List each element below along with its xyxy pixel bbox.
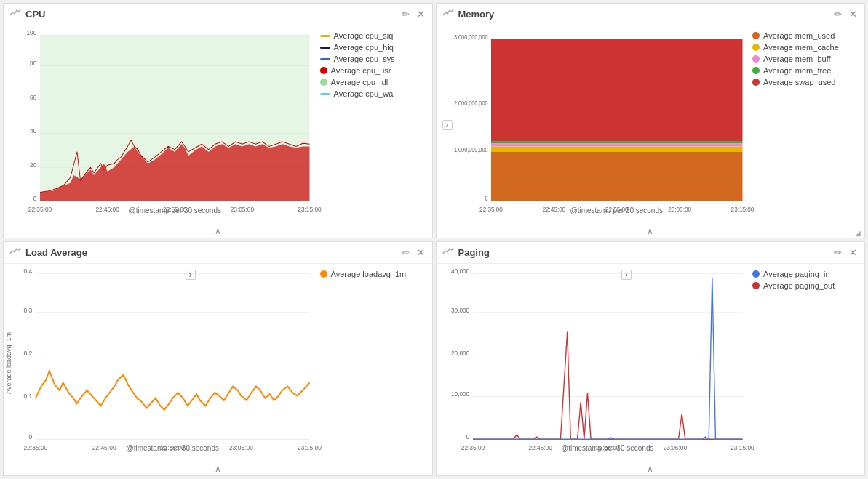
svg-text:22:45:00: 22:45:00 bbox=[528, 443, 552, 451]
panel-cpu-actions: ✏ ✕ bbox=[400, 9, 426, 20]
svg-marker-29 bbox=[491, 143, 743, 146]
load-legend-expand[interactable]: › bbox=[186, 270, 196, 280]
load-x-axis-label: @timestamp per 30 seconds bbox=[36, 443, 310, 452]
panel-memory-title: Memory bbox=[458, 9, 833, 20]
panel-cpu-content: 0 20 40 60 80 100 bbox=[4, 25, 432, 225]
svg-text:40: 40 bbox=[30, 127, 36, 135]
legend-mem-cache-color bbox=[752, 44, 760, 51]
panel-paging-legend: Average paging_in Average paging_out bbox=[748, 264, 864, 463]
legend-swap-used-color bbox=[752, 79, 760, 86]
panel-load-edit-button[interactable]: ✏ bbox=[400, 247, 411, 258]
legend-cpu-siq-label: Average cpu_siq bbox=[334, 31, 394, 40]
panel-cpu: CPU ✏ ✕ 0 20 40 60 80 100 bbox=[3, 3, 433, 238]
svg-text:10,000: 10,000 bbox=[450, 390, 469, 398]
panel-load-close-button[interactable]: ✕ bbox=[415, 247, 426, 258]
panel-memory-footer: ∧ ◢ bbox=[437, 225, 865, 238]
legend-cpu-usr-color bbox=[320, 67, 327, 74]
panel-load-legend: Average loadavg_1m bbox=[316, 264, 432, 463]
svg-text:22:45:00: 22:45:00 bbox=[92, 443, 116, 451]
svg-text:80: 80 bbox=[30, 60, 36, 68]
legend-mem-buff: Average mem_buff bbox=[752, 55, 860, 63]
panel-cpu-chart: 0 20 40 60 80 100 bbox=[4, 25, 316, 225]
paging-legend-expand[interactable]: › bbox=[621, 270, 632, 280]
panel-memory-chart: 0 1,000,000,000 2,000,000,000 3,000,000,… bbox=[437, 25, 749, 225]
chart-icon-load bbox=[9, 246, 21, 259]
svg-text:1,000,000,000: 1,000,000,000 bbox=[453, 146, 487, 153]
svg-text:60: 60 bbox=[30, 94, 36, 102]
legend-cpu-wai-color bbox=[320, 93, 330, 95]
panel-load-collapse-button[interactable]: ∧ bbox=[210, 464, 225, 473]
legend-cpu-hiq-color bbox=[320, 47, 330, 49]
legend-cpu-siq-color bbox=[320, 35, 330, 37]
panel-load-chart: › 0 0.1 0.2 0.3 0.4 2 bbox=[14, 264, 316, 463]
panel-paging: Paging ✏ ✕ › 0 10,000 20,000 30,000 40,0… bbox=[436, 241, 866, 477]
panel-cpu-title: CPU bbox=[25, 9, 400, 20]
panel-cpu-close-button[interactable]: ✕ bbox=[415, 9, 426, 20]
panel-memory-edit-button[interactable]: ✏ bbox=[832, 9, 843, 20]
svg-text:23:15:00: 23:15:00 bbox=[730, 443, 754, 451]
legend-cpu-wai: Average cpu_wai bbox=[320, 89, 428, 98]
memory-resize-handle[interactable]: ◢ bbox=[854, 229, 861, 236]
memory-legend-expand[interactable]: › bbox=[442, 120, 453, 130]
legend-mem-used: Average mem_used bbox=[752, 31, 860, 40]
panel-paging-close-button[interactable]: ✕ bbox=[848, 247, 859, 258]
chart-icon-cpu bbox=[9, 8, 21, 20]
svg-text:20,000: 20,000 bbox=[450, 349, 469, 357]
svg-text:0: 0 bbox=[33, 195, 37, 203]
panel-memory-actions: ✏ ✕ bbox=[832, 9, 859, 20]
legend-loadavg-1m: Average loadavg_1m bbox=[320, 270, 428, 278]
legend-paging-out: Average paging_out bbox=[752, 281, 860, 290]
legend-paging-in-color bbox=[752, 270, 760, 278]
panel-cpu-header: CPU ✏ ✕ bbox=[4, 4, 432, 25]
panel-paging-chart: › 0 10,000 20,000 30,000 40,000 bbox=[437, 264, 749, 463]
svg-text:23:05:00: 23:05:00 bbox=[229, 443, 253, 451]
paging-x-axis-label: @timestamp per 30 seconds bbox=[473, 443, 743, 452]
legend-cpu-usr: Average cpu_usr bbox=[320, 66, 428, 75]
legend-mem-cache: Average mem_cache bbox=[752, 43, 860, 52]
legend-cpu-idl: Average cpu_idl bbox=[320, 78, 428, 86]
legend-mem-free-label: Average mem_free bbox=[763, 66, 831, 75]
legend-paging-out-label: Average paging_out bbox=[763, 281, 835, 290]
panel-memory-collapse-button[interactable]: ∧ bbox=[643, 227, 658, 236]
svg-text:40,000: 40,000 bbox=[450, 267, 469, 275]
panel-memory-content: › 0 1,000,000,000 2,000,000,000 3,000,00… bbox=[437, 25, 865, 225]
panel-paging-title: Paging bbox=[458, 247, 833, 258]
legend-paging-in-label: Average paging_in bbox=[763, 270, 830, 278]
legend-mem-used-color bbox=[752, 32, 760, 39]
svg-text:23:05:00: 23:05:00 bbox=[668, 206, 691, 214]
panel-load-content: Average loadavg_1m › 0 0.1 0.2 0.3 0.4 bbox=[4, 264, 432, 463]
svg-text:22:45:00: 22:45:00 bbox=[95, 206, 119, 214]
svg-marker-31 bbox=[491, 39, 743, 141]
legend-swap-used: Average swap_used bbox=[752, 78, 860, 86]
panel-load-header: Load Average ✏ ✕ bbox=[4, 242, 432, 264]
panel-cpu-legend: Average cpu_siq Average cpu_hiq Average … bbox=[316, 25, 432, 225]
svg-text:23:05:00: 23:05:00 bbox=[231, 206, 254, 214]
legend-mem-buff-label: Average mem_buff bbox=[763, 55, 831, 63]
panel-paging-edit-button[interactable]: ✏ bbox=[832, 247, 843, 258]
legend-cpu-hiq: Average cpu_hiq bbox=[320, 43, 428, 52]
legend-cpu-usr-label: Average cpu_usr bbox=[331, 66, 391, 75]
svg-text:23:05:00: 23:05:00 bbox=[663, 443, 686, 451]
legend-paging-out-color bbox=[752, 282, 760, 289]
panel-cpu-footer: ∧ bbox=[4, 225, 432, 238]
svg-text:23:15:00: 23:15:00 bbox=[730, 206, 754, 214]
chart-icon-paging bbox=[442, 246, 454, 259]
load-chart-svg: 0 0.1 0.2 0.3 0.4 22:35:00 22:45:00 bbox=[36, 270, 310, 441]
svg-text:0.3: 0.3 bbox=[24, 306, 33, 314]
panel-cpu-collapse-button[interactable]: ∧ bbox=[210, 227, 225, 236]
memory-x-axis-label: @timestamp per 30 seconds bbox=[491, 205, 743, 214]
svg-marker-30 bbox=[491, 141, 743, 143]
panel-cpu-edit-button[interactable]: ✏ bbox=[400, 9, 411, 20]
chart-icon-memory bbox=[442, 8, 454, 20]
panel-paging-collapse-button[interactable]: ∧ bbox=[643, 464, 658, 473]
legend-cpu-siq: Average cpu_siq bbox=[320, 31, 428, 40]
legend-cpu-sys-color bbox=[320, 58, 330, 60]
svg-text:23:15:00: 23:15:00 bbox=[298, 443, 322, 451]
legend-mem-free: Average mem_free bbox=[752, 66, 860, 75]
legend-cpu-sys: Average cpu_sys bbox=[320, 55, 428, 63]
paging-chart-svg: 0 10,000 20,000 30,000 40,000 bbox=[473, 270, 743, 441]
legend-cpu-idl-label: Average cpu_idl bbox=[331, 78, 389, 86]
cpu-chart-svg: 0 20 40 60 80 100 bbox=[40, 31, 310, 203]
panel-load-average: Load Average ✏ ✕ Average loadavg_1m › 0 … bbox=[3, 241, 433, 477]
panel-memory-close-button[interactable]: ✕ bbox=[848, 9, 859, 20]
